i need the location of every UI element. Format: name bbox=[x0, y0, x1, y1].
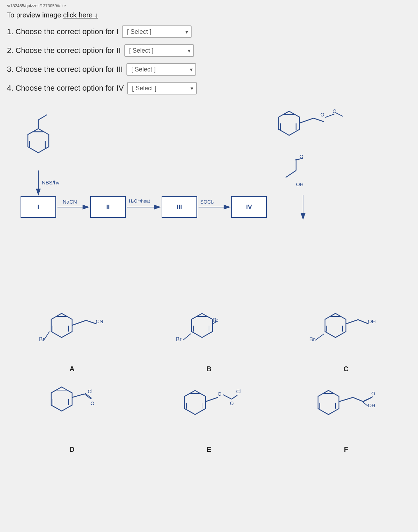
preview-text: To preview image bbox=[7, 11, 63, 19]
question-3-label: 3. Choose the correct option for III bbox=[7, 65, 123, 74]
answer-D-svg: O Cl bbox=[34, 380, 110, 443]
svg-line-62 bbox=[72, 394, 84, 397]
svg-text:O: O bbox=[230, 401, 234, 406]
svg-line-88 bbox=[363, 402, 367, 406]
svg-text:O: O bbox=[218, 391, 222, 397]
url-bar: s/182455/quizzes/1373059/take bbox=[7, 3, 411, 8]
question-2-row: 2. Choose the correct option for II [ Se… bbox=[7, 44, 411, 57]
question-1-select[interactable]: [ Select ] ABC DEF bbox=[122, 25, 192, 38]
svg-line-21 bbox=[325, 114, 334, 117]
svg-text:Br: Br bbox=[309, 336, 315, 342]
answer-E-label: E bbox=[207, 446, 211, 454]
svg-text:CN: CN bbox=[96, 318, 103, 324]
svg-text:Br: Br bbox=[39, 336, 45, 342]
svg-line-37 bbox=[86, 320, 96, 324]
reagent-nacn: NaCN bbox=[63, 199, 77, 205]
question-4-row: 4. Choose the correct option for IV [ Se… bbox=[7, 82, 411, 94]
question-4-label: 4. Choose the correct option for IV bbox=[7, 84, 124, 93]
svg-line-19 bbox=[314, 118, 324, 122]
question-3-select[interactable]: [ Select ] ABC DEF bbox=[126, 63, 196, 76]
answer-F-label: F bbox=[344, 446, 348, 454]
svg-line-71 bbox=[206, 397, 218, 402]
answer-C-svg: OH Br bbox=[308, 306, 384, 362]
svg-line-24 bbox=[286, 170, 296, 177]
preview-line: To preview image click here ↓ bbox=[7, 11, 411, 19]
svg-line-57 bbox=[315, 334, 324, 340]
svg-line-53 bbox=[346, 320, 358, 324]
svg-text:Br: Br bbox=[176, 336, 182, 342]
question-1-select-wrapper: [ Select ] ABC DEF bbox=[122, 25, 192, 38]
svg-marker-58 bbox=[51, 387, 72, 411]
answer-E: O Cl O E bbox=[144, 380, 274, 454]
question-3-row: 3. Choose the correct option for III [ S… bbox=[7, 63, 411, 76]
reagent-socl2: SOCl₂ bbox=[200, 199, 214, 205]
question-4-select[interactable]: [ Select ] ABC DEF bbox=[127, 82, 197, 94]
intermediate-III-label: III bbox=[177, 204, 182, 211]
svg-text:O: O bbox=[371, 391, 375, 396]
answer-A-label: A bbox=[69, 365, 74, 373]
answer-E-svg: O Cl O bbox=[171, 380, 247, 443]
svg-line-82 bbox=[339, 397, 353, 402]
reagent-nbshv: NBS/hv bbox=[42, 180, 60, 185]
svg-line-40 bbox=[44, 332, 49, 340]
intermediate-II-label: II bbox=[106, 204, 110, 211]
svg-line-85 bbox=[364, 397, 373, 401]
svg-marker-67 bbox=[185, 390, 206, 415]
svg-text:Cl: Cl bbox=[236, 389, 241, 394]
answer-C-label: C bbox=[343, 365, 348, 373]
answer-D: O Cl D bbox=[7, 380, 137, 454]
svg-marker-49 bbox=[325, 313, 346, 337]
svg-line-23 bbox=[336, 113, 343, 116]
question-2-select[interactable]: [ Select ] ABC DEF bbox=[124, 44, 194, 57]
svg-text:OH: OH bbox=[368, 403, 375, 408]
svg-text:O: O bbox=[320, 112, 324, 117]
reaction-diagram: NBS/hv I NaCN II H₃O⁺/heat III SOCl₂ IV bbox=[7, 101, 411, 296]
question-4-select-wrapper: [ Select ] ABC DEF bbox=[127, 82, 197, 94]
reaction-svg: NBS/hv I NaCN II H₃O⁺/heat III SOCl₂ IV bbox=[7, 101, 411, 296]
preview-link[interactable]: click here ↓ bbox=[63, 11, 98, 19]
svg-marker-14 bbox=[279, 111, 300, 135]
answer-F: O OH F bbox=[281, 380, 411, 454]
answer-F-svg: O OH bbox=[304, 380, 388, 443]
question-2-label: 2. Choose the correct option for II bbox=[7, 46, 121, 55]
question-1-row: 1. Choose the correct option for I [ Sel… bbox=[7, 25, 411, 38]
svg-line-75 bbox=[232, 395, 238, 398]
svg-text:Cl: Cl bbox=[88, 389, 92, 394]
answer-B-svg: Br Br bbox=[174, 306, 244, 362]
svg-line-83 bbox=[353, 397, 363, 402]
answer-C: OH Br C bbox=[281, 306, 411, 373]
answer-A-svg: CN Br bbox=[37, 306, 107, 362]
svg-marker-78 bbox=[318, 390, 339, 415]
answer-options-grid: CN Br A Br Br B bbox=[7, 306, 411, 454]
svg-line-18 bbox=[300, 118, 314, 123]
reagent-h3o: H₃O⁺/heat bbox=[129, 198, 150, 204]
intermediate-I-label: I bbox=[37, 204, 39, 211]
svg-marker-0 bbox=[28, 129, 49, 153]
svg-marker-41 bbox=[192, 313, 212, 337]
answer-A: CN Br A bbox=[7, 306, 137, 373]
svg-text:O: O bbox=[300, 154, 303, 159]
svg-text:OH: OH bbox=[368, 318, 376, 324]
svg-line-73 bbox=[223, 395, 232, 399]
answer-D-label: D bbox=[69, 446, 74, 454]
svg-text:OH: OH bbox=[296, 182, 303, 187]
svg-line-48 bbox=[183, 334, 191, 340]
question-1-label: 1. Choose the correct option for I bbox=[7, 27, 118, 36]
svg-line-54 bbox=[358, 320, 369, 324]
svg-marker-32 bbox=[51, 313, 72, 337]
question-3-select-wrapper: [ Select ] ABC DEF bbox=[126, 63, 196, 76]
svg-text:O: O bbox=[91, 401, 94, 406]
answer-B-label: B bbox=[207, 365, 211, 373]
svg-line-5 bbox=[38, 115, 47, 120]
intermediate-IV-label: IV bbox=[246, 204, 252, 211]
svg-line-36 bbox=[72, 320, 86, 325]
svg-line-63 bbox=[84, 394, 91, 399]
question-2-select-wrapper: [ Select ] ABC DEF bbox=[124, 44, 194, 57]
answer-B: Br Br B bbox=[144, 306, 274, 373]
svg-text:O: O bbox=[333, 108, 336, 114]
